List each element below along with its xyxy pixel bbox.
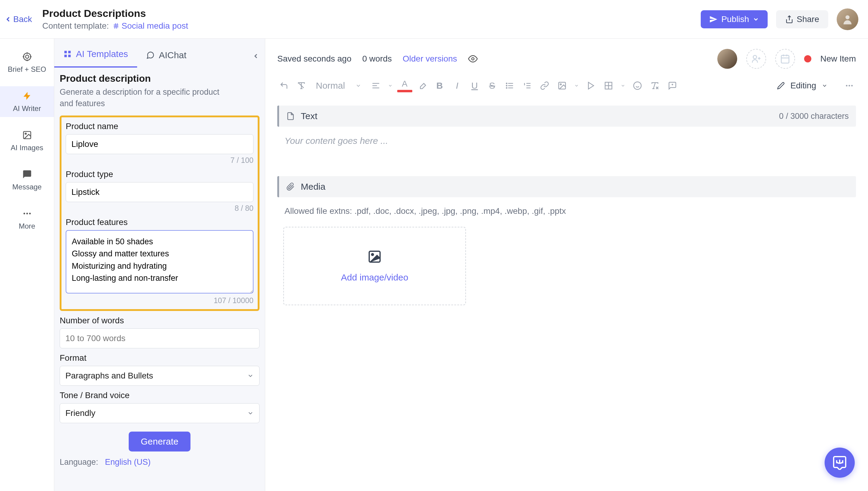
sidenav-brief-seo[interactable]: Brief + SEO — [0, 47, 54, 78]
media-block-header[interactable]: Media — [277, 176, 856, 197]
table-button[interactable] — [602, 79, 615, 92]
table-dropdown[interactable] — [619, 79, 627, 92]
emoji-button[interactable] — [631, 79, 644, 92]
product-features-textarea[interactable] — [66, 230, 253, 293]
sidenav-label: More — [19, 222, 35, 230]
align-button[interactable] — [369, 79, 382, 92]
svg-point-15 — [26, 213, 28, 214]
editing-label: Editing — [790, 81, 816, 90]
add-media-label: Add image/video — [341, 272, 408, 283]
share-label: Share — [797, 15, 819, 24]
help-chat-fab[interactable] — [825, 447, 855, 478]
sidenav-more[interactable]: More — [0, 204, 54, 235]
sidenav-ai-writer[interactable]: AI Writer — [0, 86, 54, 117]
svg-line-3 — [117, 23, 117, 29]
panel-subtitle: Generate a description for a specific pr… — [60, 87, 228, 110]
image-button[interactable] — [555, 79, 569, 92]
format-select[interactable]: Paragraphs and Bullets — [60, 366, 259, 386]
svg-point-13 — [25, 133, 26, 134]
link-button[interactable] — [538, 79, 551, 92]
visibility-icon[interactable] — [468, 54, 478, 64]
svg-point-14 — [24, 213, 25, 214]
chevron-left-icon — [252, 53, 259, 60]
remove-format-button[interactable] — [648, 79, 661, 92]
tone-select[interactable]: Friendly — [60, 403, 259, 423]
generate-button[interactable]: Generate — [129, 432, 190, 452]
image-icon — [22, 130, 33, 141]
clear-format-button[interactable] — [295, 79, 308, 92]
strike-button[interactable]: S — [486, 79, 499, 92]
publish-label: Publish — [721, 15, 749, 24]
tone-value: Friendly — [65, 408, 96, 418]
underline-button[interactable]: U — [468, 79, 481, 92]
sidenav-label: Message — [12, 183, 41, 191]
product-type-input[interactable] — [66, 182, 253, 202]
main-editor: Saved seconds ago 0 words Older versions… — [265, 38, 868, 491]
bold-button[interactable]: B — [433, 79, 446, 92]
highlight-button[interactable] — [415, 79, 429, 92]
media-block-title: Media — [301, 181, 849, 192]
format-value: Paragraphs and Bullets — [65, 371, 153, 381]
chat-bubbles-icon — [146, 51, 155, 59]
chat-icon — [22, 169, 33, 180]
chevron-down-icon — [247, 373, 254, 379]
toolbar-more-button[interactable] — [843, 79, 856, 92]
word-count: 0 words — [362, 54, 392, 64]
text-content-area[interactable]: Your content goes here ... — [277, 127, 856, 173]
product-type-label: Product type — [66, 170, 253, 179]
tab-ai-templates[interactable]: AI Templates — [54, 41, 137, 67]
content-template-link[interactable]: Social media post — [113, 21, 188, 31]
intercom-icon — [832, 455, 847, 470]
svg-rect-20 — [68, 55, 70, 57]
panel-heading: Product description — [60, 73, 259, 84]
highlighted-fields: Product name 7 / 100 Product type 8 / 80… — [60, 116, 259, 311]
new-item-label[interactable]: New Item — [820, 54, 856, 64]
paragraph-style-value: Normal — [316, 81, 345, 91]
words-input[interactable] — [60, 328, 259, 348]
tab-aichat[interactable]: AIChat — [137, 43, 195, 67]
svg-point-37 — [506, 87, 507, 88]
back-button[interactable]: Back — [4, 15, 32, 24]
bullet-list-button[interactable] — [503, 79, 516, 92]
product-features-counter: 107 / 10000 — [66, 296, 253, 305]
svg-rect-18 — [68, 51, 70, 53]
svg-point-5 — [845, 15, 849, 19]
undo-button[interactable] — [277, 79, 290, 92]
product-name-input[interactable] — [66, 134, 253, 154]
text-color-button[interactable]: A — [398, 79, 411, 92]
header: Back Product Descriptions Content templa… — [0, 0, 868, 38]
paragraph-style-select[interactable]: Normal — [312, 81, 365, 91]
sidenav-label: AI Images — [10, 144, 43, 152]
avatar[interactable] — [837, 8, 858, 30]
allowed-extensions: Allowed file extns: .pdf, .doc, .docx, .… — [277, 197, 856, 227]
image-dropdown[interactable] — [573, 79, 580, 92]
product-type-counter: 8 / 80 — [66, 204, 253, 213]
send-icon — [709, 15, 718, 24]
sidenav-message[interactable]: Message — [0, 165, 54, 196]
pencil-icon — [777, 82, 785, 90]
align-dropdown[interactable] — [387, 79, 394, 92]
bolt-icon — [22, 90, 33, 102]
image-icon — [367, 250, 382, 264]
italic-button[interactable]: I — [451, 79, 464, 92]
media-dropzone[interactable]: Add image/video — [283, 227, 466, 305]
collaborator-avatar[interactable] — [717, 49, 737, 69]
chevron-down-icon — [247, 410, 254, 416]
share-button[interactable]: Share — [776, 10, 828, 28]
older-versions-link[interactable]: Older versions — [403, 54, 457, 64]
numbered-list-button[interactable] — [521, 79, 534, 92]
add-collaborator-button[interactable] — [746, 49, 766, 69]
publish-button[interactable]: Publish — [701, 10, 768, 28]
text-block-header[interactable]: Text 0 / 3000 characters — [277, 106, 856, 127]
svg-point-56 — [851, 85, 852, 87]
comment-button[interactable] — [666, 79, 679, 92]
video-button[interactable] — [584, 79, 598, 92]
toolbar: Normal A B I U S — [277, 78, 856, 99]
date-picker-button[interactable] — [775, 49, 795, 69]
editing-mode-select[interactable]: Editing — [771, 78, 834, 93]
language-link[interactable]: English (US) — [105, 458, 151, 467]
collapse-panel-button[interactable] — [251, 51, 261, 61]
sidenav-ai-images[interactable]: AI Images — [0, 125, 54, 156]
svg-point-35 — [506, 83, 507, 84]
back-label: Back — [13, 15, 32, 24]
